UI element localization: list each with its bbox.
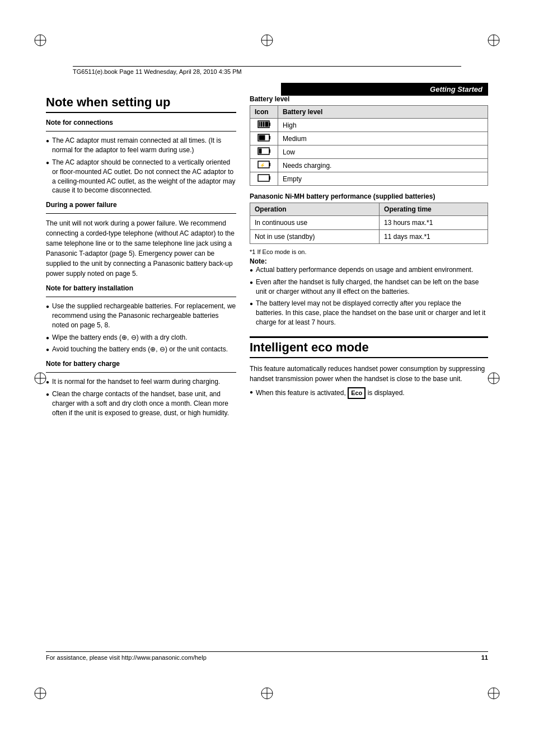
battery-install-bullet-1: Use the supplied rechargeable batteries.…	[52, 302, 236, 330]
reg-mark-mid-left	[34, 372, 47, 385]
perf-time-standby: 11 days max.*1	[380, 230, 488, 244]
table-row: ⚡ Needs charging.	[250, 159, 488, 172]
note-bullet-2: Even after the handset is fully charged,…	[256, 278, 488, 297]
table-row: Not in use (standby) 11 days max.*1	[250, 230, 488, 244]
power-failure-paragraph: The unit will not work during a power fa…	[46, 218, 236, 279]
connections-bullet-2: The AC adaptor should be connected to a …	[52, 158, 236, 195]
reg-mark-top-mid	[260, 34, 274, 47]
connections-list: The AC adaptor must remain connected at …	[46, 136, 236, 195]
battery-table-header-icon: Icon	[250, 106, 278, 119]
svg-rect-39	[258, 175, 269, 181]
divider-battery-install	[46, 297, 236, 297]
note-bullet-3: The battery level may not be displayed c…	[256, 299, 488, 327]
reg-mark-top-left	[34, 34, 47, 47]
eco-mode-list: When this feature is activated, Eco is d…	[250, 387, 488, 399]
section-header-label: Getting Started	[430, 85, 483, 93]
list-item: Actual battery performance depends on us…	[250, 265, 488, 275]
eco-mode-paragraph: This feature automatically reduces hands…	[250, 364, 488, 384]
connections-bullet-1: The AC adaptor must remain connected at …	[52, 136, 236, 155]
perf-operation-standby: Not in use (standby)	[250, 230, 380, 244]
note-bullets: Actual battery performance depends on us…	[250, 265, 488, 327]
list-item: When this feature is activated, Eco is d…	[250, 387, 488, 399]
divider-battery-charge	[46, 372, 236, 373]
battery-level-empty: Empty	[278, 172, 488, 186]
left-column: Note when setting up Note for connection…	[46, 95, 236, 633]
eco-bullet-text: When this feature is activated, Eco is d…	[256, 387, 405, 399]
battery-level-title: Battery level	[250, 95, 488, 103]
book-info-bar: TG6511(e).book Page 11 Wednesday, April …	[73, 66, 461, 75]
note-label: Note:	[250, 257, 488, 265]
right-column: Battery level Icon Battery level	[250, 95, 488, 633]
svg-rect-31	[269, 136, 270, 139]
table-row: Medium	[250, 132, 488, 145]
content-area: Note when setting up Note for connection…	[46, 95, 488, 633]
section-power-failure-title: During a power failure	[46, 201, 236, 209]
battery-charge-bullet-2: Clean the charge contacts of the handset…	[52, 389, 236, 417]
table-row: High	[250, 119, 488, 132]
divider-power	[46, 213, 236, 214]
list-item: Even after the handset is fully charged,…	[250, 278, 488, 297]
table-row: Low	[250, 145, 488, 159]
list-item: The AC adaptor should be connected to a …	[46, 158, 236, 195]
list-item: It is normal for the handset to feel war…	[46, 377, 236, 387]
eco-mode-title: Intelligent eco mode	[250, 336, 488, 358]
book-info-text: TG6511(e).book Page 11 Wednesday, April …	[73, 68, 242, 75]
main-title: Note when setting up	[46, 95, 236, 113]
perf-table-header-operation: Operation	[250, 203, 380, 216]
svg-rect-34	[269, 149, 270, 153]
battery-charge-bullet-1: It is normal for the handset to feel war…	[52, 377, 220, 387]
reg-mark-bottom-mid	[260, 687, 274, 700]
battery-level-medium: Medium	[278, 132, 488, 145]
battery-level-low: Low	[278, 145, 488, 159]
divider-connections	[46, 131, 236, 132]
reg-mark-bottom-left	[34, 687, 47, 700]
svg-text:⚡: ⚡	[260, 162, 265, 168]
perf-time-continuous: 13 hours max.*1	[380, 216, 488, 230]
battery-install-list: Use the supplied rechargeable batteries.…	[46, 302, 236, 354]
battery-icon-medium	[250, 132, 278, 145]
svg-rect-40	[269, 176, 270, 180]
section-battery-install-title: Note for battery installation	[46, 284, 236, 292]
battery-table-header-level: Battery level	[278, 106, 488, 119]
eco-badge: Eco	[348, 387, 366, 399]
battery-icon-empty	[250, 172, 278, 186]
page-number: 11	[481, 654, 488, 661]
svg-rect-37	[269, 163, 270, 166]
battery-install-bullet-2: Wipe the battery ends (⊕, ⊖) with a dry …	[52, 333, 187, 342]
battery-icon-charging: ⚡	[250, 159, 278, 172]
performance-title: Panasonic Ni-MH battery performance (sup…	[250, 192, 488, 200]
list-item: The battery level may not be displayed c…	[250, 299, 488, 327]
table-row: Empty	[250, 172, 488, 186]
svg-rect-32	[259, 135, 265, 140]
reg-mark-top-right	[487, 34, 500, 47]
battery-level-high: High	[278, 119, 488, 132]
performance-table: Operation Operating time In continuous u…	[250, 203, 488, 244]
footer-text: For assistance, please visit http://www.…	[46, 654, 207, 661]
svg-rect-25	[269, 123, 270, 126]
list-item: Clean the charge contacts of the handset…	[46, 389, 236, 417]
reg-mark-bottom-right	[487, 687, 500, 700]
perf-operation-continuous: In continuous use	[250, 216, 380, 230]
battery-charge-list: It is normal for the handset to feel war…	[46, 377, 236, 417]
battery-icon-full	[250, 119, 278, 132]
list-item: Avoid touching the battery ends (⊕, ⊖) o…	[46, 345, 236, 354]
footnote-text: *1 If Eco mode is on.	[250, 248, 488, 255]
battery-level-charging: Needs charging.	[278, 159, 488, 172]
note-bullet-1: Actual battery performance depends on us…	[256, 265, 473, 275]
battery-level-table: Icon Battery level	[250, 105, 488, 186]
section-header-bar: Getting Started	[281, 83, 488, 96]
battery-icon-low	[250, 145, 278, 159]
footer-bar: For assistance, please visit http://www.…	[46, 651, 488, 661]
section-connections-title: Note for connections	[46, 119, 236, 126]
perf-table-header-time: Operating time	[380, 203, 488, 216]
reg-mark-mid-right	[487, 372, 500, 385]
table-row: In continuous use 13 hours max.*1	[250, 216, 488, 230]
svg-rect-35	[259, 149, 261, 154]
section-battery-charge-title: Note for battery charge	[46, 360, 236, 368]
battery-install-bullet-3: Avoid touching the battery ends (⊕, ⊖) o…	[52, 345, 228, 354]
list-item: Wipe the battery ends (⊕, ⊖) with a dry …	[46, 333, 236, 342]
list-item: Use the supplied rechargeable batteries.…	[46, 302, 236, 330]
list-item: The AC adaptor must remain connected at …	[46, 136, 236, 155]
